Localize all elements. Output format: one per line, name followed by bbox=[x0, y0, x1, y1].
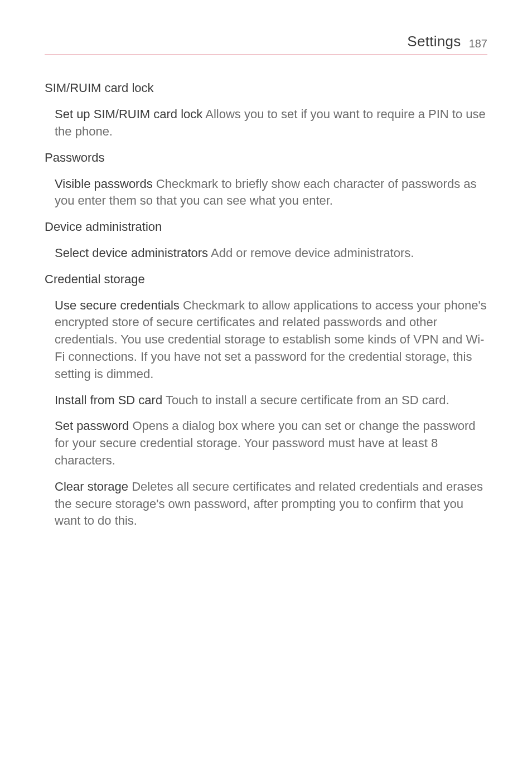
setting-item-device-admin: Select device administrators Add or remo… bbox=[55, 245, 487, 262]
section-heading-sim-lock: SIM/RUIM card lock bbox=[45, 80, 487, 97]
section-heading-device-admin: Device administration bbox=[45, 219, 487, 236]
header-title: Settings bbox=[407, 31, 461, 51]
setting-term: Set password bbox=[55, 419, 129, 433]
setting-item-install-sd: Install from SD card Touch to install a … bbox=[55, 392, 487, 409]
setting-item-secure-credentials: Use secure credentials Checkmark to allo… bbox=[55, 297, 487, 383]
setting-term: Visible passwords bbox=[55, 177, 153, 191]
setting-term: Clear storage bbox=[55, 480, 128, 493]
setting-item-visible-passwords: Visible passwords Checkmark to briefly s… bbox=[55, 176, 487, 210]
setting-item-clear-storage: Clear storage Deletes all secure certifi… bbox=[55, 478, 487, 530]
setting-desc: Add or remove device administrators. bbox=[208, 246, 414, 260]
section-heading-credential-storage: Credential storage bbox=[45, 271, 487, 288]
section-heading-passwords: Passwords bbox=[45, 149, 487, 167]
setting-term: Set up SIM/RUIM card lock bbox=[55, 107, 202, 121]
setting-term: Select device administrators bbox=[55, 246, 208, 260]
setting-item-sim-lock: Set up SIM/RUIM card lock Allows you to … bbox=[55, 106, 487, 141]
setting-item-set-password: Set password Opens a dialog box where yo… bbox=[55, 418, 487, 469]
page-number: 187 bbox=[469, 36, 487, 51]
page-header: Settings 187 bbox=[45, 31, 487, 55]
setting-term: Install from SD card bbox=[55, 393, 162, 407]
setting-desc: Touch to install a secure certificate fr… bbox=[162, 393, 449, 407]
setting-term: Use secure credentials bbox=[55, 298, 180, 312]
